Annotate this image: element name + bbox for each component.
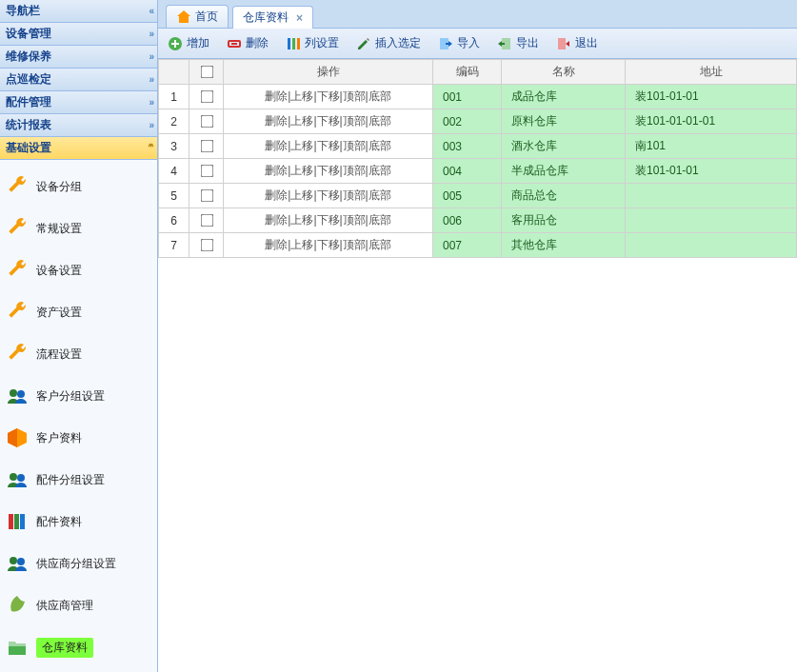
row-addr[interactable] — [626, 233, 797, 258]
table-row[interactable]: 7删除|上移|下移|顶部|底部007其他仓库 — [159, 233, 797, 258]
row-addr[interactable]: 装101-01-01 — [626, 85, 797, 109]
select-all-checkbox[interactable] — [200, 66, 213, 79]
collapse-left-icon[interactable]: « — [149, 6, 151, 16]
sidebar-item-parts-group[interactable]: 配件分组设置 — [0, 459, 157, 501]
table-row[interactable]: 6删除|上移|下移|顶部|底部006客用品仓 — [159, 208, 797, 233]
table-row[interactable]: 2删除|上移|下移|顶部|底部002原料仓库装101-01-01-01 — [159, 109, 797, 134]
grid-header-code[interactable]: 编码 — [433, 60, 502, 85]
table-row[interactable]: 4删除|上移|下移|顶部|底部004半成品仓库装101-01-01 — [159, 159, 797, 184]
insert-button[interactable]: 插入选定 — [356, 35, 421, 51]
nav-title-bar[interactable]: 导航栏 « — [0, 0, 157, 23]
toolbar-label: 增加 — [187, 35, 209, 51]
nav-group-devices[interactable]: 设备管理 » — [0, 23, 157, 46]
nav-sublist: 设备分组 常规设置 设备设置 资产设置 流程设置 客户分组设置 — [0, 160, 157, 672]
chevron-up-icon: ˄˄ — [148, 143, 151, 153]
row-name[interactable]: 其他仓库 — [502, 233, 626, 258]
nav-group-parts[interactable]: 配件管理 » — [0, 91, 157, 114]
row-checkbox[interactable] — [200, 90, 213, 104]
row-ops[interactable]: 删除|上移|下移|顶部|底部 — [224, 184, 433, 208]
grid-header-ops[interactable]: 操作 — [224, 60, 433, 85]
row-code[interactable]: 007 — [433, 233, 502, 258]
nav-group-maintenance[interactable]: 维修保养 » — [0, 46, 157, 69]
row-code[interactable]: 004 — [433, 159, 502, 184]
row-code[interactable]: 001 — [433, 85, 502, 109]
toolbar-label: 列设置 — [305, 35, 339, 51]
row-name[interactable]: 半成品仓库 — [502, 159, 626, 184]
toolbar-label: 退出 — [575, 35, 598, 51]
row-addr[interactable]: 南101 — [626, 134, 797, 159]
grid-header-addr[interactable]: 地址 — [626, 60, 797, 85]
row-checkbox-cell — [189, 233, 224, 258]
row-code[interactable]: 006 — [433, 208, 502, 233]
sidebar-item-customer-data[interactable]: 客户资料 — [0, 417, 157, 459]
row-ops[interactable]: 删除|上移|下移|顶部|底部 — [224, 134, 433, 159]
svg-rect-5 — [14, 514, 19, 529]
columns-button[interactable]: 列设置 — [286, 35, 339, 51]
chevron-down-icon: » — [149, 120, 151, 130]
row-checkbox[interactable] — [200, 165, 213, 178]
row-checkbox[interactable] — [200, 115, 213, 128]
sidebar-item-supplier-mgmt[interactable]: 供应商管理 — [0, 584, 157, 626]
row-name[interactable]: 酒水仓库 — [502, 134, 626, 159]
sidebar-item-device-settings[interactable]: 设备设置 — [0, 249, 157, 291]
row-ops[interactable]: 删除|上移|下移|顶部|底部 — [224, 233, 433, 258]
nav-group-basic-settings[interactable]: 基础设置 ˄˄ — [0, 137, 157, 160]
nav-group-reports[interactable]: 统计报表 » — [0, 114, 157, 137]
row-ops[interactable]: 删除|上移|下移|顶部|底部 — [224, 85, 433, 109]
sidebar-item-warehouse-data[interactable]: 仓库资料 — [0, 626, 157, 668]
add-button[interactable]: 增加 — [168, 35, 209, 51]
row-addr[interactable]: 装101-01-01-01 — [626, 109, 797, 134]
row-code[interactable]: 005 — [433, 184, 502, 208]
tab-warehouse[interactable]: 仓库资料 × — [232, 6, 313, 29]
delete-button[interactable]: 删除 — [227, 35, 269, 51]
row-name[interactable]: 成品仓库 — [502, 85, 626, 109]
leaf-icon — [6, 594, 29, 617]
row-checkbox[interactable] — [200, 140, 213, 153]
folder-icon — [6, 636, 29, 659]
sidebar-item-process-settings[interactable]: 流程设置 — [0, 333, 157, 375]
sidebar-item-customer-group[interactable]: 客户分组设置 — [0, 375, 157, 417]
close-icon[interactable]: × — [296, 11, 303, 25]
sidebar-item-asset-settings[interactable]: 资产设置 — [0, 291, 157, 333]
sidebar-item-device-group[interactable]: 设备分组 — [0, 166, 157, 208]
svg-rect-4 — [9, 514, 13, 529]
nav-group-label: 维修保养 — [6, 49, 51, 65]
row-ops[interactable]: 删除|上移|下移|顶部|底部 — [224, 208, 433, 233]
sidebar-item-general-settings[interactable]: 常规设置 — [0, 208, 157, 249]
table-row[interactable]: 5删除|上移|下移|顶部|底部005商品总仓 — [159, 184, 797, 208]
row-addr[interactable] — [626, 184, 797, 208]
tab-home[interactable]: 首页 — [166, 5, 229, 28]
import-icon — [438, 36, 453, 51]
sidebar-item-label: 设备设置 — [36, 263, 82, 279]
row-name[interactable]: 客用品仓 — [502, 208, 626, 233]
sidebar-item-label: 配件资料 — [36, 514, 82, 530]
group-icon — [6, 385, 29, 407]
row-number: 7 — [159, 233, 189, 258]
row-checkbox[interactable] — [200, 189, 213, 203]
chevron-down-icon: » — [149, 97, 151, 108]
row-code[interactable]: 003 — [433, 134, 502, 159]
row-addr[interactable] — [626, 208, 797, 233]
sidebar-item-supplier-group[interactable]: 供应商分组设置 — [0, 543, 157, 584]
sidebar-item-label: 供应商分组设置 — [36, 556, 116, 572]
row-addr[interactable]: 装101-01-01 — [626, 159, 797, 184]
import-button[interactable]: 导入 — [438, 35, 480, 51]
exit-button[interactable]: 退出 — [556, 35, 598, 51]
row-checkbox[interactable] — [200, 239, 213, 252]
row-code[interactable]: 002 — [433, 109, 502, 134]
row-name[interactable]: 原料仓库 — [502, 109, 626, 134]
row-ops[interactable]: 删除|上移|下移|顶部|底部 — [224, 159, 433, 184]
row-checkbox[interactable] — [200, 214, 213, 227]
row-checkbox-cell — [189, 109, 224, 134]
export-button[interactable]: 导出 — [497, 35, 539, 51]
sidebar-item-label: 设备分组 — [36, 179, 82, 195]
nav-group-inspection[interactable]: 点巡检定 » — [0, 69, 157, 91]
table-row[interactable]: 3删除|上移|下移|顶部|底部003酒水仓库南101 — [159, 134, 797, 159]
svg-rect-17 — [558, 38, 566, 49]
table-row[interactable]: 1删除|上移|下移|顶部|底部001成品仓库装101-01-01 — [159, 85, 797, 109]
row-name[interactable]: 商品总仓 — [502, 184, 626, 208]
row-ops[interactable]: 删除|上移|下移|顶部|底部 — [224, 109, 433, 134]
grid-header-name[interactable]: 名称 — [502, 60, 626, 85]
sidebar-item-parts-data[interactable]: 配件资料 — [0, 501, 157, 543]
svg-point-1 — [17, 390, 25, 398]
